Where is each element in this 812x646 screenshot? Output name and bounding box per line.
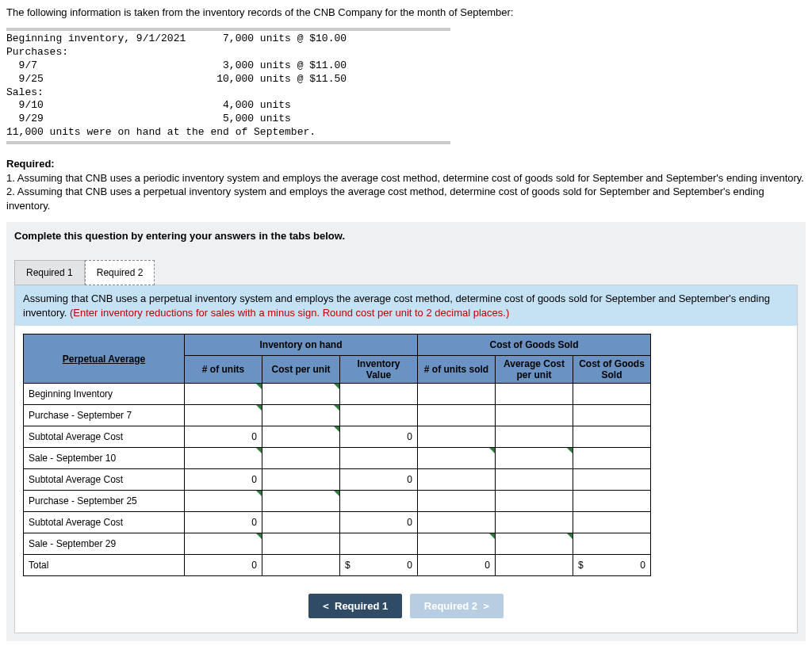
calc-cell: 0 [185,512,262,533]
input-cell[interactable] [340,491,418,512]
col-unitsold: # of units sold [418,356,496,384]
calc-cell: 0 [185,469,262,491]
input-cell[interactable] [573,448,651,469]
question-banner: Assuming that CNB uses a perpetual inven… [15,285,797,326]
input-cell[interactable] [496,448,573,469]
input-cell[interactable] [418,405,496,426]
input-cell[interactable] [573,512,651,533]
worksheet-table: Perpetual Average Inventory on hand Cost… [23,334,651,576]
row-label: Total [24,555,185,576]
input-cell[interactable] [262,533,340,555]
input-cell[interactable] [573,469,651,491]
input-cell[interactable] [496,426,573,448]
next-button[interactable]: Required 2 > [410,594,504,618]
calc-cell: 0 [340,426,418,448]
banner-hint: (Enter inventory reductions for sales wi… [70,307,509,319]
input-cell[interactable] [496,405,573,426]
row-label: Purchase - September 7 [24,405,185,426]
input-cell[interactable] [262,555,340,576]
required-2: 2. Assuming that CNB uses a perpetual in… [6,185,764,212]
input-cell[interactable] [262,469,340,491]
input-cell[interactable] [418,491,496,512]
input-cell[interactable] [340,405,418,426]
chevron-right-icon: > [483,600,489,612]
calc-cell: $0 [340,555,418,576]
tab-required-2[interactable]: Required 2 [85,260,155,285]
calc-cell: 0 [185,426,262,448]
col-avgcost: Average Cost per unit [496,356,573,384]
nav-buttons: < Required 1 Required 2 > [15,584,797,633]
row-label: Subtotal Average Cost [24,469,185,491]
row-label: Subtotal Average Cost [24,426,185,448]
input-cell[interactable] [185,405,262,426]
required-block: Required: 1. Assuming that CNB uses a pe… [6,157,806,212]
input-cell[interactable] [573,533,651,555]
tab-bar: Required 1 Required 2 [14,259,798,285]
input-cell[interactable] [418,448,496,469]
input-cell[interactable] [573,491,651,512]
input-cell[interactable] [418,469,496,491]
input-cell[interactable] [262,426,340,448]
input-cell[interactable] [185,448,262,469]
prev-button[interactable]: < Required 1 [308,594,402,618]
row-label: Purchase - September 25 [24,491,185,512]
input-cell[interactable] [185,533,262,555]
row-label: Subtotal Average Cost [24,512,185,533]
required-heading: Required: [6,158,55,170]
required-1: 1. Assuming that CNB uses a periodic inv… [6,172,804,184]
group-inventory: Inventory on hand [185,334,418,356]
col-invvalue: Inventory Value [340,356,418,384]
col-cost: Cost per unit [262,356,340,384]
row-label: Sale - September 29 [24,533,185,555]
calc-cell: $0 [573,555,651,576]
col-cogs: Cost of Goods Sold [573,356,651,384]
input-cell[interactable] [573,384,651,405]
input-cell[interactable] [573,426,651,448]
input-cell[interactable] [418,426,496,448]
chevron-left-icon: < [323,600,329,612]
tab-content: Assuming that CNB uses a perpetual inven… [14,285,798,633]
input-cell[interactable] [496,512,573,533]
input-cell[interactable] [496,469,573,491]
tab-required-1[interactable]: Required 1 [14,260,85,285]
intro-text: The following information is taken from … [6,6,806,18]
input-cell[interactable] [496,533,573,555]
input-cell[interactable] [418,533,496,555]
input-cell[interactable] [340,448,418,469]
input-cell[interactable] [262,384,340,405]
row-label: Beginning Inventory [24,384,185,405]
input-cell[interactable] [496,491,573,512]
input-cell[interactable] [185,384,262,405]
input-cell[interactable] [340,384,418,405]
input-cell[interactable] [496,384,573,405]
input-cell[interactable] [418,384,496,405]
input-cell[interactable] [496,555,573,576]
calc-cell: 0 [340,469,418,491]
input-cell[interactable] [340,533,418,555]
inventory-data-block: Beginning inventory, 9/1/2021 7,000 unit… [6,28,450,144]
input-cell[interactable] [262,405,340,426]
input-cell[interactable] [262,448,340,469]
panel-instruction: Complete this question by entering your … [14,230,798,242]
input-cell[interactable] [262,491,340,512]
input-cell[interactable] [185,491,262,512]
col-units: # of units [185,356,262,384]
group-cogs: Cost of Goods Sold [418,334,651,356]
input-cell[interactable] [573,405,651,426]
calc-cell: 0 [185,555,262,576]
calc-cell: 0 [340,512,418,533]
input-cell[interactable] [262,512,340,533]
calc-cell: 0 [418,555,496,576]
table-title: Perpetual Average [24,334,185,384]
row-label: Sale - September 10 [24,448,185,469]
input-cell[interactable] [418,512,496,533]
answer-panel: Complete this question by entering your … [6,222,806,641]
